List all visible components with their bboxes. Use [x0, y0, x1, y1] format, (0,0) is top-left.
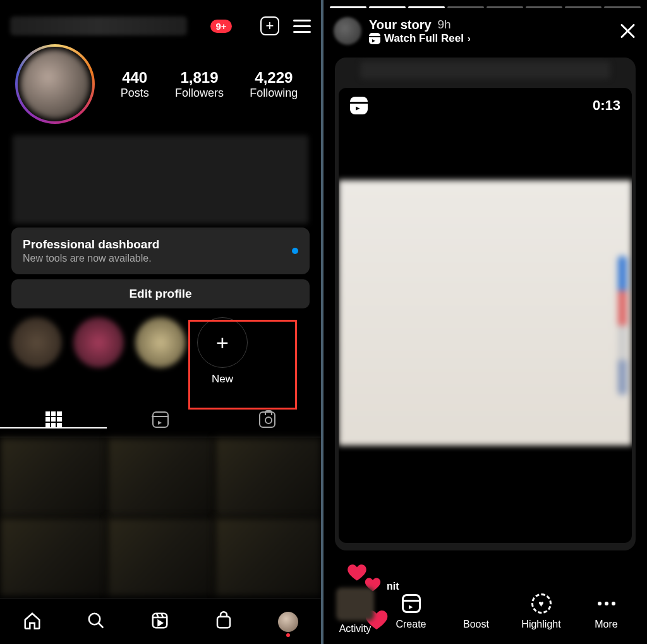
reels-icon: ▸: [369, 33, 380, 44]
post-thumb[interactable]: [215, 518, 321, 596]
reels-icon: [402, 594, 421, 613]
posts-label: Posts: [121, 87, 149, 100]
dashboard-title: Professional dashboard: [23, 238, 159, 252]
new-post-icon[interactable]: [260, 16, 279, 35]
followers-label: Followers: [175, 87, 224, 100]
more-icon: [598, 602, 615, 605]
highlight-item[interactable]: [11, 317, 62, 373]
story-author-avatar[interactable]: [334, 17, 361, 45]
nav-home[interactable]: [23, 611, 42, 633]
activity-thumb: [336, 588, 374, 621]
post-thumb[interactable]: [215, 438, 321, 516]
chevron-right-icon: ›: [468, 33, 471, 44]
dashboard-subtitle: New tools are now available.: [23, 253, 159, 264]
nav-profile[interactable]: [278, 612, 298, 632]
username[interactable]: [10, 16, 187, 35]
bio-text: [13, 135, 308, 224]
menu-icon[interactable]: [293, 20, 311, 33]
tab-grid[interactable]: [0, 411, 107, 428]
following-count: 4,229: [250, 69, 298, 87]
highlight-icon: [531, 593, 552, 614]
following-label: Following: [250, 87, 298, 100]
svg-rect-6: [217, 616, 230, 628]
svg-rect-2: [153, 613, 167, 628]
watch-full-reel-link[interactable]: ▸ Watch Full Reel ›: [369, 32, 471, 45]
story-avatar[interactable]: [15, 44, 95, 124]
post-thumb[interactable]: [0, 438, 106, 516]
create-button[interactable]: Create: [383, 592, 439, 630]
stat-posts[interactable]: 440 Posts: [121, 69, 149, 100]
story-header: Your story 9h ▸ Watch Full Reel ›: [324, 8, 647, 54]
highlight-item[interactable]: [73, 317, 124, 373]
post-grid: [0, 438, 321, 596]
story-content[interactable]: 0:13: [335, 58, 636, 550]
tagged-icon: [259, 411, 275, 428]
grid-icon: [45, 411, 62, 428]
story-viewer-screen: Your story 9h ▸ Watch Full Reel › 0:13: [324, 0, 647, 644]
posts-count: 440: [121, 69, 149, 87]
boost-button[interactable]: Boost: [448, 592, 504, 630]
post-thumb[interactable]: [0, 518, 106, 596]
nav-shop[interactable]: [214, 611, 233, 633]
story-actions-bar: Activity Create Boost Highlight More: [324, 578, 647, 644]
highlight-item[interactable]: [135, 317, 186, 373]
followers-count: 1,819: [175, 69, 224, 87]
tab-tagged[interactable]: [214, 411, 321, 428]
professional-dashboard-card[interactable]: Professional dashboard New tools are now…: [11, 228, 310, 274]
new-indicator-dot: [292, 248, 298, 254]
activity-label: Activity: [336, 623, 374, 635]
watch-full-reel-label: Watch Full Reel: [384, 32, 464, 45]
profile-header: 440 Posts 1,819 Followers 4,229 Followin…: [0, 40, 321, 126]
reels-icon: [350, 97, 368, 114]
reel-duration: 0:13: [593, 97, 620, 114]
activity-button[interactable]: Activity: [336, 588, 374, 635]
annotation-box: [188, 320, 297, 410]
reels-icon: [152, 411, 169, 428]
highlight-button[interactable]: Highlight: [513, 592, 569, 630]
stat-following[interactable]: 4,229 Following: [250, 69, 298, 100]
highlight-label: Highlight: [521, 619, 560, 630]
reel-preview-card[interactable]: 0:13: [339, 88, 632, 543]
more-button[interactable]: More: [578, 592, 634, 630]
tab-reels[interactable]: [107, 411, 214, 428]
story-title[interactable]: Your story: [369, 18, 432, 32]
top-bar: 9+: [0, 0, 321, 40]
svg-line-1: [99, 623, 104, 628]
nav-reels[interactable]: [150, 611, 169, 633]
bottom-nav: [0, 598, 321, 644]
stat-followers[interactable]: 1,819 Followers: [175, 69, 224, 100]
caption-text: [360, 61, 610, 79]
svg-point-0: [89, 613, 100, 624]
boost-label: Boost: [463, 619, 489, 630]
profile-screen: 9+ 440 Posts 1,819 Followers 4,2: [0, 0, 321, 644]
close-button[interactable]: [618, 21, 637, 40]
trending-icon: [465, 592, 488, 615]
notification-badge[interactable]: 9+: [210, 20, 231, 33]
story-time: 9h: [438, 18, 451, 32]
post-thumb[interactable]: [107, 438, 214, 516]
edit-profile-button[interactable]: Edit profile: [11, 279, 310, 308]
reel-media: [339, 180, 632, 446]
nav-search[interactable]: [87, 611, 106, 633]
create-label: Create: [396, 619, 426, 630]
avatar-image: [20, 49, 90, 119]
more-label: More: [595, 619, 617, 630]
story-progress-bar: [324, 0, 647, 8]
post-thumb[interactable]: [107, 518, 214, 596]
